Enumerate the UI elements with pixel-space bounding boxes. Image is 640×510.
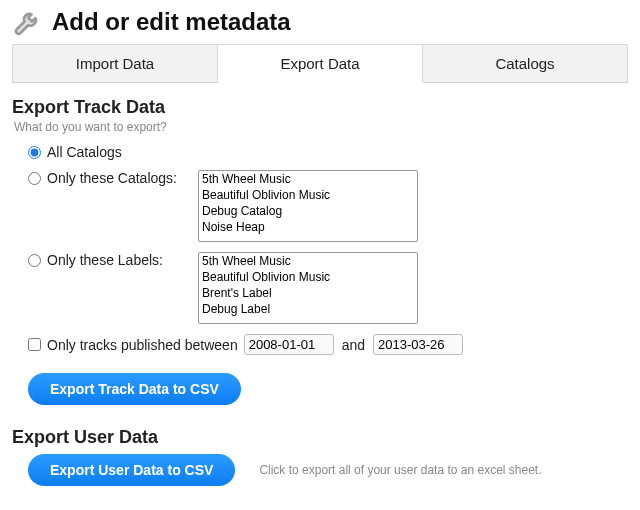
select-catalogs[interactable]: 5th Wheel MusicBeautiful Oblivion MusicD… [198,170,418,242]
page-title: Add or edit metadata [52,8,291,36]
radio-only-labels[interactable] [28,254,41,267]
date-end-input[interactable] [373,334,463,355]
checkbox-date-range[interactable] [28,338,41,351]
tab-import-data[interactable]: Import Data [12,44,218,83]
radio-all-catalogs[interactable] [28,146,41,159]
checkbox-date-range-label: Only tracks published between [47,337,238,353]
export-track-button[interactable]: Export Track Data to CSV [28,373,241,405]
tabs: Import Data Export Data Catalogs [12,44,628,83]
tab-catalogs[interactable]: Catalogs [423,44,628,83]
export-track-title: Export Track Data [12,97,628,118]
radio-only-catalogs[interactable] [28,172,41,185]
wrench-icon [12,6,44,38]
radio-all-catalogs-label: All Catalogs [47,144,122,160]
date-and-label: and [342,337,365,353]
select-labels[interactable]: 5th Wheel MusicBeautiful Oblivion MusicB… [198,252,418,324]
export-user-button[interactable]: Export User Data to CSV [28,454,235,486]
export-user-hint: Click to export all of your user data to… [259,463,541,477]
radio-only-labels-label: Only these Labels: [47,252,163,268]
export-user-title: Export User Data [12,427,628,448]
export-track-hint: What do you want to export? [14,120,628,134]
radio-only-catalogs-label: Only these Catalogs: [47,170,177,186]
date-start-input[interactable] [244,334,334,355]
tab-export-data[interactable]: Export Data [218,44,423,83]
